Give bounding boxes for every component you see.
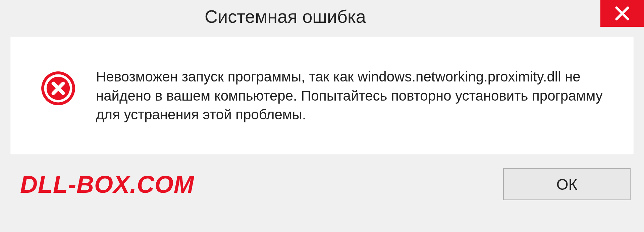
watermark-text: DLL-BOX.COM bbox=[20, 171, 194, 198]
titlebar: Системная ошибка bbox=[0, 0, 644, 34]
content-panel: Невозможен запуск программы, так как win… bbox=[10, 37, 634, 155]
dialog-title: Системная ошибка bbox=[0, 0, 366, 27]
close-button[interactable] bbox=[600, 0, 644, 27]
close-icon bbox=[614, 5, 631, 22]
error-message: Невозможен запуск программы, так как win… bbox=[96, 67, 613, 124]
ok-button-label: ОК bbox=[556, 175, 578, 193]
error-dialog: Системная ошибка Невозможен запуск прогр… bbox=[0, 0, 644, 232]
footer: DLL-BOX.COM ОК bbox=[0, 155, 644, 200]
ok-button[interactable]: ОК bbox=[503, 168, 631, 200]
error-icon bbox=[41, 71, 76, 106]
